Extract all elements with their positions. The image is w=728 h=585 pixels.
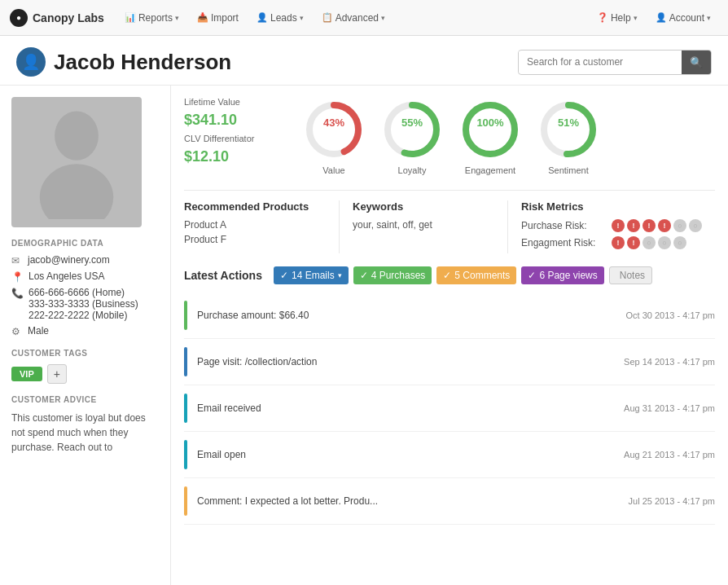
filter-check-0: ✓ xyxy=(280,270,288,281)
phone-row: 📞 666-666-6666 (Home) 333-333-3333 (Busi… xyxy=(11,287,159,321)
filter-badge-4-purchases[interactable]: ✓ 4 Purchases xyxy=(353,266,432,284)
account-caret: ▾ xyxy=(707,14,711,22)
keywords-col: Keywords your, saint, off, get xyxy=(340,200,508,253)
help-icon: ❓ xyxy=(597,12,608,23)
brand-name: Canopy Labs xyxy=(33,11,104,24)
reports-icon: 📊 xyxy=(125,12,136,23)
risk-dot-gray: ○ xyxy=(658,236,671,249)
action-bar-0 xyxy=(184,301,187,330)
action-date-0: Oct 30 2013 - 4:17 pm xyxy=(626,310,715,320)
search-input[interactable] xyxy=(519,51,682,73)
location-row: 📍 Los Angeles USA xyxy=(11,271,159,283)
reco-section: Recommended Products Product A Product F… xyxy=(184,190,715,253)
nav-advanced[interactable]: 📋 Advanced ▾ xyxy=(314,7,393,29)
filter-caret-0: ▾ xyxy=(338,271,342,279)
email-row: ✉ jacob@winery.com xyxy=(11,254,159,266)
body-layout: DEMOGRAPHIC DATA ✉ jacob@winery.com 📍 Lo… xyxy=(0,86,728,585)
nav-account-label: Account xyxy=(669,12,704,24)
account-icon: 👤 xyxy=(656,12,667,23)
action-item: Purchase amount: $66.40 Oct 30 2013 - 4:… xyxy=(184,292,715,339)
leads-icon: 👤 xyxy=(257,12,268,23)
risk-label-0: Purchase Risk: xyxy=(521,220,607,231)
search-button[interactable]: 🔍 xyxy=(682,51,711,74)
svg-text:55%: 55% xyxy=(401,117,423,129)
risk-row-1: Engagment Risk:!!○○○ xyxy=(521,236,702,249)
filter-label-4: Notes xyxy=(620,270,645,281)
action-bar-3 xyxy=(184,440,187,469)
nav-import[interactable]: 📥 Import xyxy=(190,7,246,29)
actions-header: Latest Actions ✓ 14 Emails ▾✓ 4 Purchase… xyxy=(184,266,715,284)
advanced-caret: ▾ xyxy=(381,14,385,22)
navigation: ● Canopy Labs 📊 Reports ▾ 📥 Import 👤 Lea… xyxy=(0,0,728,36)
donut-svg-1: 55% xyxy=(379,97,445,162)
nav-reports-label: Reports xyxy=(138,12,173,24)
customer-advice: This customer is loyal but does not spen… xyxy=(11,411,159,455)
risk-col: Risk Metrics Purchase Risk:!!!!○○Engagme… xyxy=(508,200,715,253)
advanced-icon: 📋 xyxy=(322,12,333,23)
filter-badge-notes[interactable]: Notes xyxy=(609,266,652,284)
gauge-loyalty: 55% Loyalty xyxy=(379,97,445,175)
action-text-3: Email open xyxy=(197,449,624,460)
risk-dots-1: !!○○○ xyxy=(612,236,686,249)
filter-check-2: ✓ xyxy=(443,270,451,281)
phone-numbers: 666-666-6666 (Home) 333-333-3333 (Busine… xyxy=(29,287,138,321)
gauge-value: 43% Value xyxy=(301,97,366,175)
nav-help[interactable]: ❓ Help ▾ xyxy=(590,7,645,29)
action-text-1: Page visit: /collection/action xyxy=(197,356,624,367)
email-icon: ✉ xyxy=(11,255,23,266)
clv-label: CLV Differentiator xyxy=(184,134,282,143)
nav-reports[interactable]: 📊 Reports ▾ xyxy=(117,7,186,29)
risk-dot-red: ! xyxy=(658,219,671,232)
risk-dot-red: ! xyxy=(612,219,625,232)
silhouette-svg xyxy=(32,105,121,219)
action-date-3: Aug 21 2013 - 4:17 pm xyxy=(624,450,715,460)
profile-photo xyxy=(11,97,142,227)
brand: ● Canopy Labs xyxy=(10,9,104,27)
svg-text:100%: 100% xyxy=(476,117,504,129)
customer-title: 👤 Jacob Henderson xyxy=(16,47,231,77)
svg-point-0 xyxy=(55,112,99,161)
nav-leads-label: Leads xyxy=(270,12,297,24)
action-date-4: Jul 25 2013 - 4:17 pm xyxy=(629,496,715,506)
phone-mobile: 222-222-2222 (Mobile) xyxy=(29,310,138,321)
recommended-products-col: Recommended Products Product A Product F xyxy=(184,200,340,253)
action-item: Comment: I expected a lot better. Produ.… xyxy=(184,478,715,525)
risk-rows: Purchase Risk:!!!!○○Engagment Risk:!!○○○ xyxy=(521,219,702,249)
page-header: 👤 Jacob Henderson 🔍 xyxy=(0,36,728,86)
filter-badges: ✓ 14 Emails ▾✓ 4 Purchases✓ 5 Comments✓ … xyxy=(274,266,652,284)
gender-row: ⚙ Male xyxy=(11,325,159,337)
recommended-title: Recommended Products xyxy=(184,200,326,213)
action-bar-4 xyxy=(184,486,187,516)
nav-leads[interactable]: 👤 Leads ▾ xyxy=(249,7,311,29)
action-text-0: Purchase amount: $66.40 xyxy=(197,310,626,321)
risk-dot-gray: ○ xyxy=(689,219,702,232)
add-tag-button[interactable]: + xyxy=(47,364,67,384)
search-box: 🔍 xyxy=(518,50,712,75)
action-item: Email received Aug 31 2013 - 4:17 pm xyxy=(184,385,715,432)
svg-point-9 xyxy=(466,105,515,154)
phone-home: 666-666-6666 (Home) xyxy=(29,287,138,298)
filter-label-0: 14 Emails xyxy=(292,270,335,281)
filter-badge-5-comments[interactable]: ✓ 5 Comments xyxy=(436,266,516,284)
lifetime-value: $341.10 xyxy=(184,112,282,129)
gauge-label-3: Sentiment xyxy=(548,165,589,175)
svg-point-1 xyxy=(40,164,113,219)
risk-dot-gray: ○ xyxy=(673,236,686,249)
nav-account[interactable]: 👤 Account ▾ xyxy=(648,7,718,29)
risk-row-0: Purchase Risk:!!!!○○ xyxy=(521,219,702,232)
phone-icon: 📞 xyxy=(11,288,24,299)
risk-dot-red: ! xyxy=(627,219,640,232)
action-items: Purchase amount: $66.40 Oct 30 2013 - 4:… xyxy=(184,292,715,525)
nav-advanced-label: Advanced xyxy=(335,12,379,24)
leads-caret: ▾ xyxy=(300,14,304,22)
phone-business: 333-333-3333 (Business) xyxy=(29,298,138,310)
action-date-2: Aug 31 2013 - 4:17 pm xyxy=(624,403,715,413)
vip-tag[interactable]: VIP xyxy=(11,367,42,381)
actions-title: Latest Actions xyxy=(184,269,262,282)
import-icon: 📥 xyxy=(197,12,208,23)
filter-badge-14-emails[interactable]: ✓ 14 Emails ▾ xyxy=(274,266,349,284)
demographic-section-title: DEMOGRAPHIC DATA xyxy=(11,239,159,248)
filter-badge-6-page-views[interactable]: ✓ 6 Page views xyxy=(521,266,603,284)
keywords-items: your, saint, off, get xyxy=(353,219,494,231)
action-item: Email open Aug 21 2013 - 4:17 pm xyxy=(184,432,715,478)
